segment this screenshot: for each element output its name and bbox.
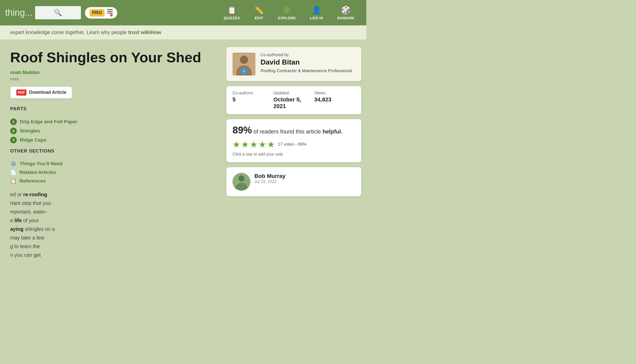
rating-card: 89% of readers found this article helpfu… bbox=[226, 119, 361, 162]
author-info: Co-authored by: David Bitan Roofing Cont… bbox=[261, 53, 355, 74]
part-num-2: 2 bbox=[10, 128, 17, 134]
parts-divider bbox=[10, 115, 142, 115]
nav-item-quizzes[interactable]: 📋 QUIZZES bbox=[216, 6, 247, 20]
parts-list: 1 Drip Edge and Felt Paper 2 Shingles 3 … bbox=[10, 118, 142, 143]
pdf-icon: PDF bbox=[16, 89, 26, 96]
search-box[interactable]: 🔍 bbox=[35, 6, 81, 19]
commenter-image bbox=[233, 173, 250, 191]
other-item-references[interactable]: 📋 References bbox=[10, 178, 142, 184]
hamburger-menu[interactable] bbox=[107, 9, 113, 17]
menu-dot bbox=[110, 14, 113, 17]
updated-label: Updated: bbox=[273, 91, 314, 95]
trust-text: expert knowledge come together. Learn wh… bbox=[10, 29, 128, 35]
pro-badge: PRO bbox=[90, 9, 105, 17]
nav-explore-label: EXPLORE bbox=[278, 16, 296, 20]
explore-icon: ✳️ bbox=[282, 6, 292, 14]
search-icon: 🔍 bbox=[54, 9, 62, 17]
stars-row: ★ ★ ★ ★ ★ 17 votes - 89% bbox=[233, 139, 355, 149]
main-content: Roof Shingles on Your Shed nnah Madden n… bbox=[0, 39, 366, 264]
part-label-2: Shingles bbox=[20, 128, 40, 134]
rating-headline-mid: of readers found this article bbox=[253, 128, 321, 135]
rating-headline: 89% of readers found this article helpfu… bbox=[233, 125, 355, 136]
part-num-3: 3 bbox=[10, 137, 17, 143]
parts-heading: PARTS bbox=[10, 106, 142, 112]
part-label-1: Drip Edge and Felt Paper bbox=[20, 119, 77, 125]
other-item-things[interactable]: ⚙️ Things You'll Need bbox=[10, 161, 142, 167]
coauthored-label: Co-authored by: bbox=[261, 53, 355, 57]
search-partial-text: thing... bbox=[5, 7, 33, 18]
other-sections-list: ⚙️ Things You'll Need 📄 Related Articles… bbox=[10, 161, 142, 184]
nav-quizzes-label: QUIZZES bbox=[224, 16, 240, 20]
stat-coauthors: Co-authors: 5 bbox=[233, 91, 273, 110]
author-verified-badge: ✓ bbox=[241, 68, 247, 74]
download-article-button[interactable]: PDF Download Article bbox=[10, 86, 72, 99]
star-1[interactable]: ★ bbox=[233, 139, 240, 149]
pro-menu-pill[interactable]: PRO bbox=[85, 7, 117, 19]
rating-headline-end: helpful. bbox=[323, 128, 342, 135]
references-icon: 📋 bbox=[10, 178, 17, 184]
nav-edit-label: EDIT bbox=[255, 16, 263, 20]
article-left: Roof Shingles on Your Shed nnah Madden n… bbox=[0, 44, 224, 264]
sidebar-right: ✓ Co-authored by: David Bitan Roofing Co… bbox=[224, 44, 366, 264]
star-4[interactable]: ★ bbox=[258, 139, 266, 149]
star-5-half[interactable]: ★ bbox=[267, 139, 275, 149]
votes-text: 17 votes - 89% bbox=[278, 142, 307, 147]
star-3[interactable]: ★ bbox=[250, 139, 257, 149]
menu-line-1 bbox=[107, 9, 113, 10]
login-icon: 👤 bbox=[312, 6, 321, 14]
other-label-things: Things You'll Need bbox=[20, 161, 63, 166]
other-label-references: References bbox=[20, 178, 46, 184]
part-item-3[interactable]: 3 Ridge Caps bbox=[10, 137, 142, 143]
other-sections-divider bbox=[10, 157, 142, 157]
nav-item-random[interactable]: 🎲 RANDOM bbox=[330, 6, 361, 20]
coauthor-card: ✓ Co-authored by: David Bitan Roofing Co… bbox=[226, 47, 361, 81]
part-item-2[interactable]: 2 Shingles bbox=[10, 128, 142, 134]
views-value: 34,823 bbox=[314, 96, 355, 103]
coauthors-value: 5 bbox=[233, 96, 273, 103]
stats-bar: Co-authors: 5 Updated: October 5, 2021 V… bbox=[226, 86, 361, 114]
coauthors-label: Co-authors: bbox=[233, 91, 273, 95]
nav-item-explore[interactable]: ✳️ EXPLORE bbox=[271, 6, 303, 20]
pdf-button-label: Download Article bbox=[29, 90, 66, 95]
search-area: thing... 🔍 bbox=[5, 6, 85, 19]
article-body: ed or re-roofing rtant step that you mpo… bbox=[10, 190, 216, 259]
menu-line-3 bbox=[107, 13, 113, 13]
star-2[interactable]: ★ bbox=[241, 139, 249, 149]
author-name[interactable]: nnah Madden bbox=[10, 70, 40, 75]
nav-login-label: LOG IN bbox=[310, 16, 323, 20]
comment-card: Bob Murray Jul 23, 2022 bbox=[226, 167, 361, 196]
author-name-text: David Bitan bbox=[261, 58, 300, 66]
rating-percent: 89% bbox=[233, 125, 252, 135]
edit-icon: ✏️ bbox=[254, 6, 264, 14]
views-label: Views: bbox=[314, 91, 355, 95]
comment-content: Bob Murray Jul 23, 2022 bbox=[254, 173, 355, 184]
part-item-1[interactable]: 1 Drip Edge and Felt Paper bbox=[10, 118, 142, 125]
nav-item-login[interactable]: 👤 LOG IN bbox=[303, 6, 330, 20]
nav-items: 📋 QUIZZES ✏️ EDIT ✳️ EXPLORE 👤 LOG IN 🎲 … bbox=[127, 6, 361, 20]
things-icon: ⚙️ bbox=[10, 161, 17, 167]
navbar: thing... 🔍 PRO 📋 QUIZZES ✏️ EDIT ✳️ EXPL… bbox=[0, 0, 366, 25]
trust-bar: expert knowledge come together. Learn wh… bbox=[0, 25, 366, 39]
updated-value: October 5, 2021 bbox=[273, 96, 314, 110]
author-line: nnah Madden bbox=[10, 70, 216, 75]
commenter-name: Bob Murray bbox=[254, 173, 355, 179]
author-full-name: David Bitan bbox=[261, 58, 355, 66]
click-vote-text: Click a star to add your vote bbox=[233, 152, 355, 157]
other-label-related: Related Articles bbox=[20, 170, 56, 175]
related-icon: 📄 bbox=[10, 169, 17, 175]
other-item-related[interactable]: 📄 Related Articles bbox=[10, 169, 142, 175]
stat-views: Views: 34,823 bbox=[314, 91, 355, 110]
article-title: Roof Shingles on Your Shed bbox=[10, 50, 216, 65]
random-icon: 🎲 bbox=[341, 6, 351, 14]
nav-random-label: RANDOM bbox=[337, 16, 354, 20]
part-label-3: Ridge Caps bbox=[20, 137, 47, 143]
other-sections-heading: OTHER SECTIONS bbox=[10, 148, 142, 154]
quizzes-icon: 📋 bbox=[227, 6, 237, 14]
article-title-text: Roof Shingles on Your Shed bbox=[10, 49, 201, 65]
parts-section: PARTS 1 Drip Edge and Felt Paper 2 Shing… bbox=[10, 106, 142, 184]
references-line: nces bbox=[10, 77, 216, 81]
author-title: Roofing Contractor & Maintenance Profess… bbox=[261, 68, 355, 74]
stars[interactable]: ★ ★ ★ ★ ★ bbox=[233, 139, 275, 149]
nav-item-edit[interactable]: ✏️ EDIT bbox=[247, 6, 271, 20]
trust-link[interactable]: trust wikiHow bbox=[128, 29, 161, 35]
